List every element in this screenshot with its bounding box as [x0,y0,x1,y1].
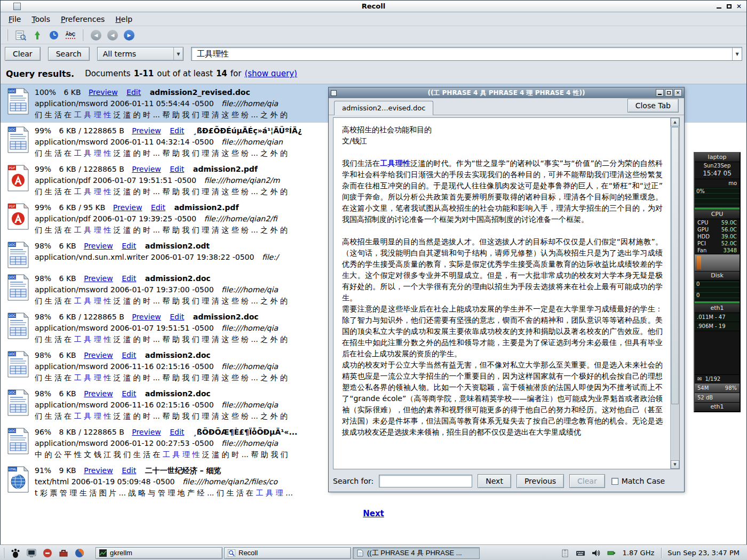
keyboard-layout-tray-icon[interactable] [574,547,587,559]
result-size: 6 KB [63,88,81,97]
preview-scrollbar[interactable]: ▲ ▼ [670,118,679,469]
result-edit-link[interactable]: Edit [122,242,136,250]
result-preview-link[interactable]: Preview [132,165,161,173]
result-edit-link[interactable]: Edit [170,126,184,135]
speaker-icon[interactable] [590,547,602,559]
result-edit-link[interactable]: Edit [170,428,184,436]
result-url: file:///home/qian2/m [204,176,280,185]
next-page-button[interactable]: ▶ [122,28,136,42]
taskbar-clock: Sun Sep 23, 3:47 PM [667,549,744,557]
result-edit-link[interactable]: Edit [170,313,184,321]
footprint-launcher-icon[interactable] [9,547,22,559]
sort-button[interactable] [30,28,44,42]
menu-file[interactable]: File [4,13,26,25]
result-preview-link[interactable]: Preview [132,428,161,436]
search-mode-select[interactable]: All terms ▼ [97,47,184,61]
result-filetype: DOC PDF [5,164,35,197]
clear-button[interactable]: Clear [5,47,41,61]
chevron-down-icon[interactable]: ▼ [173,47,183,60]
result-filetype: DOC PDF [5,87,35,121]
result-edit-link[interactable]: Edit [122,466,136,475]
minimize-icon[interactable] [714,2,723,10]
toolbar-grip-2[interactable] [82,29,84,41]
scroll-down-icon[interactable]: ▼ [671,460,679,469]
first-page-icon: ◀ [91,30,101,41]
close-tab-button[interactable]: Close Tab [627,99,679,113]
preview-document-text[interactable]: 高校招生的社会功能和目的 文/钱江 我们生活在工具理性泛滥的时代。作为“世之显学… [333,118,668,469]
query-combo[interactable]: 工具理性 ▼ [191,47,742,61]
find-next-button[interactable]: Next [478,474,511,488]
matched-term: 工 具 理 性 [74,226,111,234]
result-filetype: DOC PDF [5,311,35,345]
search-input[interactable]: 工具理性 [192,49,732,59]
result-relevance: 98% [35,389,51,398]
results-table-button[interactable] [14,28,28,42]
gkrellm-sensor-mini: mo [695,179,740,188]
toolbar-grip[interactable] [7,29,9,41]
msword-doc-icon: DOC [7,242,29,268]
prev-page-button[interactable]: ◀ [106,28,120,42]
result-relevance: 98% [35,313,51,321]
maximize-icon[interactable] [725,2,733,10]
firefox-launcher-icon[interactable] [73,547,86,559]
close-icon[interactable]: ✕ [735,2,743,10]
result-edit-link[interactable]: Edit [122,389,136,398]
result-preview-link[interactable]: Preview [84,466,113,475]
taskbar-grip[interactable] [3,548,6,558]
result-edit-link[interactable]: Edit [122,351,136,359]
terminal-launcher-icon[interactable] [25,547,38,559]
result-edit-link[interactable]: Edit [126,88,141,97]
first-page-button[interactable]: ◀ [89,28,103,42]
result-edit-link[interactable]: Edit [122,274,136,283]
taskbar-button-recoll[interactable]: Recoll [224,547,351,559]
preview-titlebar[interactable]: ((工 PHRASE 4 具 PHRASE 4 理 PHRASE 4 性)) ✕ [329,87,684,98]
result-preview-link[interactable]: Preview [89,88,118,97]
preview-maximize-icon[interactable] [665,89,673,97]
scroll-up-icon[interactable]: ▲ [671,118,679,126]
temp-row: PCI52.0C [695,240,740,247]
doc-paragraph-3: 需要注意的是这些毕业后在社会上能成功发展的学生并不一定是在大学里学习成绩最好的学… [342,303,663,359]
preview-tab[interactable]: admission2...evised.doc [334,101,433,115]
result-preview-link[interactable]: Preview [84,274,113,283]
menu-preferences[interactable]: Preferences [56,13,109,25]
result-preview-link[interactable]: Preview [132,126,161,135]
find-input[interactable] [379,475,472,487]
html-globe-icon: HTML [7,466,29,493]
main-titlebar[interactable]: Recoll ✕ [1,1,746,12]
result-preview-link[interactable]: Preview [113,203,142,212]
scrollbar-thumb[interactable] [671,127,679,404]
preview-minimize-icon[interactable] [656,89,664,97]
menu-tools[interactable]: Tools [27,13,55,25]
taskbar-button-preview[interactable]: ((工 PHRASE 4 具 PHRASE ... [353,547,480,559]
term-explorer-button[interactable]: ÂbÇ [63,28,77,42]
result-url: file:///home/qia [221,362,278,371]
results-header: Query results. Documents 1-11 out of at … [1,63,746,84]
power-plug-icon[interactable] [605,547,618,559]
result-preview-link[interactable]: Preview [84,389,113,398]
result-title: admission2.doc [145,274,211,283]
search-button[interactable]: Search [48,47,90,61]
clipboard-tray-icon[interactable] [559,547,571,559]
find-previous-button[interactable]: Previous [516,474,564,488]
next-results-link[interactable]: Next [363,509,384,518]
toolbox-launcher-icon[interactable] [57,547,70,559]
preview-tab-bar: admission2...evised.doc Close Tab [329,98,684,115]
menu-help[interactable]: Help [110,13,137,25]
preview-close-icon[interactable]: ✕ [674,89,682,97]
result-preview-link[interactable]: Preview [132,313,161,321]
match-case-checkbox[interactable] [611,478,618,485]
matched-term: 工 具 理 性 [74,335,111,343]
find-clear-button[interactable]: Clear [569,474,605,488]
query-history-dropdown-icon[interactable]: ▼ [732,47,742,60]
red-app-launcher-icon[interactable] [41,547,54,559]
result-preview-link[interactable]: Preview [84,242,113,250]
result-edit-link[interactable]: Edit [151,203,165,212]
result-edit-link[interactable]: Edit [170,165,184,173]
show-query-link[interactable]: (show query) [244,69,297,78]
result-preview-link[interactable]: Preview [84,351,113,359]
gkrellm-volume-bar[interactable]: 52 dB [695,393,740,402]
gkrellm-krell-meter[interactable] [695,254,740,271]
matched-term: 工 具 理 性 [74,149,111,157]
taskbar-button-gkrellm[interactable]: gkrellm [96,547,222,559]
history-button[interactable] [47,28,61,42]
